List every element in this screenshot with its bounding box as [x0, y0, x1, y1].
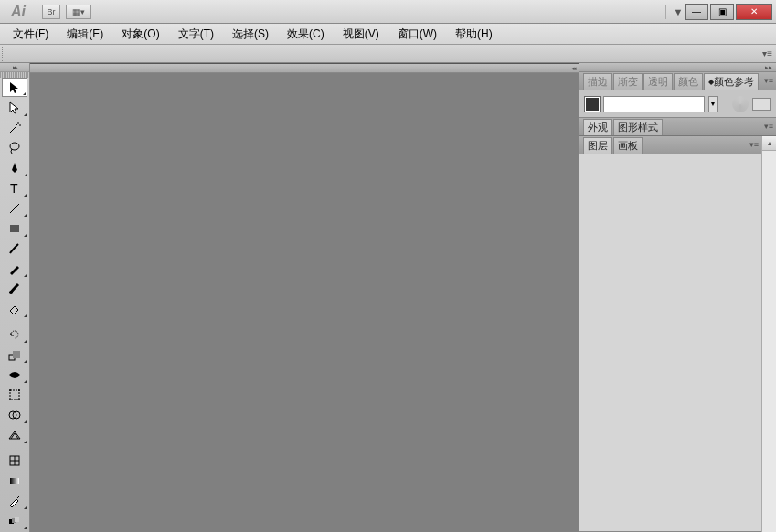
layers-scrollbar[interactable]: ▴	[761, 136, 776, 532]
width-tool[interactable]	[2, 365, 27, 384]
eraser-tool[interactable]	[2, 299, 27, 318]
gradient-tool[interactable]	[2, 471, 27, 490]
scale-tool[interactable]	[2, 345, 27, 364]
blend-tool[interactable]	[2, 511, 27, 530]
layers-panel-group: 图层 画板 ▾≡ ▴	[579, 136, 776, 532]
tab-appearance[interactable]: 外观	[583, 119, 612, 135]
appearance-panel-menu[interactable]: ▾≡	[764, 122, 773, 131]
color-panel-menu[interactable]: ▾≡	[764, 76, 773, 85]
menu-select[interactable]: 选择(S)	[223, 24, 278, 45]
mesh-tool[interactable]	[2, 451, 27, 470]
maximize-button[interactable]: ▣	[710, 4, 734, 20]
menu-type[interactable]: 文字(T)	[169, 24, 223, 45]
layers-list[interactable]	[579, 154, 761, 532]
lasso-tool[interactable]	[2, 138, 27, 157]
menu-view[interactable]: 视图(V)	[334, 24, 388, 45]
arrange-documents-button[interactable]: ▦▾	[66, 5, 91, 19]
svg-point-9	[18, 389, 20, 391]
line-tool[interactable]	[2, 198, 27, 218]
direct-selection-tool[interactable]	[2, 98, 27, 117]
edit-colors-icon[interactable]	[732, 96, 749, 112]
save-to-swatches-icon[interactable]	[752, 98, 771, 111]
svg-point-8	[9, 389, 11, 391]
harmony-dropdown[interactable]: ▼	[708, 96, 718, 112]
app-logo: Ai	[0, 0, 37, 24]
layers-panel-menu[interactable]: ▾≡	[749, 140, 759, 149]
svg-rect-6	[13, 351, 20, 358]
svg-rect-7	[10, 390, 19, 399]
tools-panel: ▸▸ T	[0, 63, 30, 532]
svg-rect-17	[10, 478, 19, 484]
color-panel-group: 描边 渐变 透明 颜色 ◆颜色参考 ▾≡ ▼	[579, 72, 776, 118]
canvas-collapse[interactable]: ◂◂	[30, 64, 579, 73]
rectangle-tool[interactable]	[2, 218, 27, 238]
close-button[interactable]: ✕	[736, 4, 772, 20]
base-color-swatch[interactable]	[585, 97, 600, 112]
scroll-up-button[interactable]: ▴	[762, 136, 776, 151]
menu-file[interactable]: 文件(F)	[4, 24, 58, 45]
menu-help[interactable]: 帮助(H)	[446, 24, 502, 45]
menu-bar: 文件(F) 编辑(E) 对象(O) 文字(T) 选择(S) 效果(C) 视图(V…	[0, 24, 776, 45]
menu-edit[interactable]: 编辑(E)	[58, 24, 112, 45]
control-bar-menu[interactable]: ▾≡	[762, 48, 772, 59]
workspace-dropdown[interactable]: ▼	[672, 5, 685, 18]
svg-rect-3	[10, 225, 19, 232]
harmony-display[interactable]	[603, 96, 705, 112]
canvas-area[interactable]: ◂◂	[30, 63, 579, 532]
control-bar: ▾≡	[0, 45, 776, 63]
tab-stroke[interactable]: 描边	[583, 73, 612, 90]
magic-wand-tool[interactable]	[2, 118, 27, 137]
tab-colorguide[interactable]: ◆颜色参考	[704, 73, 759, 90]
grip-icon	[2, 47, 5, 61]
svg-point-11	[18, 399, 20, 400]
rotate-tool[interactable]	[2, 325, 27, 344]
tab-transparency[interactable]: 透明	[643, 73, 673, 90]
right-panels: ▸▸ 描边 渐变 透明 颜色 ◆颜色参考 ▾≡ ▼ 外观	[579, 63, 776, 532]
pencil-tool[interactable]	[2, 259, 27, 278]
menu-object[interactable]: 对象(O)	[112, 24, 168, 45]
svg-point-10	[9, 399, 11, 400]
svg-rect-20	[15, 517, 19, 522]
paintbrush-tool[interactable]	[2, 239, 27, 258]
bridge-button[interactable]: Br	[42, 5, 60, 19]
pen-tool[interactable]	[2, 158, 27, 177]
tab-artboards[interactable]: 画板	[613, 137, 643, 154]
tab-graphicstyles[interactable]: 图形样式	[613, 119, 663, 135]
tab-colorguide-label: 颜色参考	[714, 75, 754, 89]
tools-collapse[interactable]: ▸▸	[0, 63, 29, 72]
tab-layers[interactable]: 图层	[583, 137, 612, 154]
menu-effect[interactable]: 效果(C)	[278, 24, 334, 45]
shape-builder-tool[interactable]	[2, 405, 27, 424]
svg-point-0	[10, 143, 19, 150]
type-tool[interactable]: T	[2, 178, 27, 197]
appearance-panel-group: 外观 图形样式 ▾≡	[579, 118, 776, 136]
tab-color[interactable]: 颜色	[674, 73, 703, 90]
svg-line-2	[10, 204, 19, 213]
menu-window[interactable]: 窗口(W)	[388, 24, 446, 45]
perspective-grid-tool[interactable]	[2, 425, 27, 444]
svg-text:T: T	[10, 181, 18, 196]
tab-gradient[interactable]: 渐变	[613, 73, 643, 90]
right-panel-collapse[interactable]: ▸▸	[579, 63, 776, 72]
minimize-button[interactable]: —	[685, 4, 708, 20]
free-transform-tool[interactable]	[2, 385, 27, 404]
svg-point-4	[9, 291, 13, 294]
eyedropper-tool[interactable]	[2, 491, 27, 510]
blob-brush-tool[interactable]	[2, 279, 27, 298]
selection-tool[interactable]	[2, 78, 27, 97]
title-bar: Ai Br ▦▾ ▼ — ▣ ✕	[0, 0, 776, 24]
